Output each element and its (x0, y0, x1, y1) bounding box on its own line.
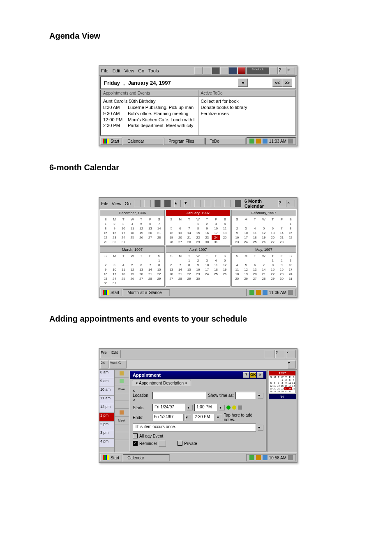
time-slot[interactable]: 9 am (99, 378, 114, 387)
dropdown-button[interactable]: ▾ (288, 360, 296, 368)
dropdown-icon[interactable]: ▾ (187, 405, 193, 410)
close-button[interactable]: × (287, 200, 295, 207)
menu-file[interactable]: File (101, 68, 108, 73)
tray-icon[interactable] (288, 455, 293, 460)
todo-item[interactable]: Fertilize roses (201, 111, 293, 117)
notes-hint[interactable]: Tap here to add notes. (224, 413, 263, 422)
event-title[interactable]: Aunt Carol's 50th Birthday (103, 98, 196, 104)
mini-calendar[interactable]: 1997 SMTWTFS 1234 567891011 121314151617… (269, 371, 296, 393)
ends-date-input[interactable]: Fri 1/24/97 (152, 414, 184, 421)
help-button[interactable]: ? (243, 372, 249, 378)
tray-icon[interactable] (249, 139, 254, 144)
bell-icon[interactable] (232, 405, 236, 410)
menu-file[interactable]: File (101, 201, 108, 206)
menu-file[interactable]: File (100, 350, 110, 358)
toolbar-button[interactable] (224, 200, 231, 207)
toolbar-button[interactable] (134, 200, 141, 207)
time-slot[interactable]: 4 pm (99, 439, 114, 447)
toolbar-button[interactable] (238, 67, 246, 74)
start-button[interactable]: Start (100, 454, 122, 461)
menu-go[interactable]: Go (138, 68, 144, 73)
toolbar-button[interactable] (234, 200, 241, 207)
toolbar-button[interactable] (229, 67, 237, 74)
menu-edit[interactable]: Edit (113, 68, 120, 73)
tray-icon[interactable] (263, 290, 267, 295)
tray-icon[interactable] (256, 139, 261, 144)
occurs-select[interactable]: This item occurs once. (133, 424, 256, 432)
toolbar-button[interactable] (265, 350, 274, 358)
todo-item[interactable]: Donate books to library (201, 104, 293, 111)
menu-edit[interactable]: Edit (111, 350, 121, 358)
toolbar-button[interactable] (204, 200, 211, 207)
help-button[interactable]: ? (278, 67, 286, 74)
appointment-row[interactable]: 9:30 AMBob's office. Planning meeting (103, 111, 196, 117)
location-input[interactable] (152, 392, 206, 399)
gear-icon[interactable] (238, 405, 242, 410)
appointment-row[interactable]: 2:30 PMParks department. Meet with city (103, 123, 196, 129)
menu-view[interactable]: View (125, 68, 134, 73)
strip-item[interactable]: Meet (115, 417, 129, 424)
dropdown-icon[interactable]: ▾ (258, 425, 263, 431)
toolbar-button[interactable] (194, 200, 201, 207)
tray-icon[interactable] (256, 290, 261, 295)
close-button[interactable]: × (287, 67, 295, 74)
close-button[interactable]: × (286, 350, 296, 358)
month-panel[interactable]: May, 1997 SMTWTFS12345678910111213141516… (231, 246, 296, 287)
strip-item[interactable] (115, 432, 129, 440)
strip-item[interactable] (115, 393, 129, 401)
taskbar-app[interactable]: Program Files (164, 138, 204, 145)
time-slot-selected[interactable]: 1 pm (99, 413, 114, 422)
close-button[interactable]: × (257, 372, 263, 378)
dropdown-button[interactable]: ▾ (238, 79, 248, 87)
up-button[interactable]: ▴ (174, 200, 181, 207)
toolbar-button[interactable] (220, 67, 228, 74)
time-slot[interactable]: 2 pm (99, 422, 114, 430)
private-checkbox[interactable] (178, 441, 182, 446)
help-button[interactable]: ? (278, 200, 286, 207)
month-panel[interactable]: December, 1996 SMTWTFS123456789101112131… (100, 210, 165, 246)
strip-item[interactable] (115, 370, 129, 378)
strip-item[interactable] (115, 409, 129, 417)
reminder-options-button[interactable] (159, 440, 166, 447)
tray-icon[interactable] (256, 455, 261, 460)
dropdown-icon[interactable]: ▾ (217, 415, 222, 420)
toolbar-button[interactable] (144, 200, 151, 207)
reminder-checkbox[interactable]: ✓ (133, 441, 138, 446)
toolbar-button[interactable] (270, 67, 278, 74)
next-button[interactable]: >> (282, 79, 292, 87)
time-slot[interactable]: 11 am (99, 396, 114, 404)
toolbar-button[interactable] (203, 67, 211, 74)
dropdown-icon[interactable]: ▾ (258, 393, 263, 398)
dropdown-icon[interactable]: ▾ (185, 415, 191, 420)
toolbar-button[interactable] (214, 200, 221, 207)
appointment-row[interactable]: 12:00 PMMom's Kitchen Cafe. Lunch with l (103, 117, 196, 123)
start-button[interactable]: Start (100, 289, 122, 296)
tray-icon[interactable] (263, 455, 267, 460)
taskbar-app[interactable]: Calendar (123, 138, 163, 145)
month-panel[interactable]: February, 1997 SMTWTFS123456789101112131… (231, 210, 296, 246)
start-button[interactable]: Start (100, 137, 122, 145)
starts-time-input[interactable]: 1:00 PM (194, 404, 217, 411)
strip-item[interactable] (115, 401, 129, 409)
nav-button[interactable]: 24 (100, 360, 108, 368)
tray-icon[interactable] (263, 139, 267, 144)
month-panel[interactable]: March, 1997 SMTWTFS123456789101112131415… (100, 246, 165, 287)
menu-tools[interactable]: Tools (148, 68, 159, 73)
showtime-select[interactable] (235, 392, 256, 399)
down-button[interactable]: ▾ (184, 200, 191, 207)
strip-item[interactable] (115, 424, 129, 432)
dropdown-icon[interactable]: ▾ (219, 405, 225, 410)
allday-checkbox[interactable] (133, 433, 138, 438)
time-slot[interactable]: 12 pm (99, 404, 114, 413)
ok-button[interactable]: OK (250, 372, 256, 378)
menu-view[interactable]: View (112, 201, 122, 206)
time-slot[interactable]: 10 am (99, 387, 114, 396)
tray-icon[interactable] (288, 290, 293, 295)
taskbar-app[interactable]: Calendar (123, 454, 170, 461)
toolbar-button[interactable] (154, 200, 161, 207)
menu-go[interactable]: Go (125, 201, 131, 206)
starts-date-input[interactable]: Fri 1/24/97 (152, 404, 185, 411)
tray-icon[interactable] (249, 455, 254, 460)
tray-icon[interactable] (288, 139, 293, 144)
help-button[interactable]: ? (275, 350, 285, 358)
